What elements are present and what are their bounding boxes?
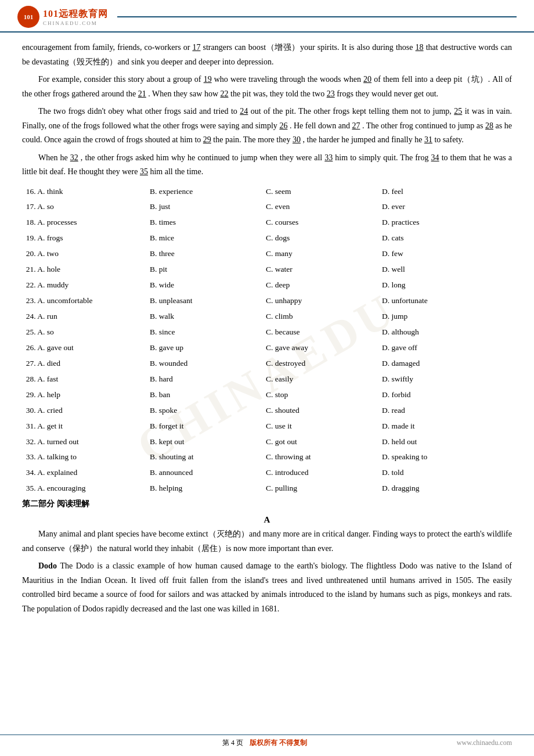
mcq-c: C. destroyed bbox=[266, 357, 382, 370]
mcq-b: B. just bbox=[150, 200, 266, 214]
mcq-b: B. wide bbox=[150, 279, 266, 292]
paragraph-4: When he 32 , the other frogs asked him w… bbox=[22, 151, 512, 179]
mcq-b: B. experience bbox=[150, 185, 266, 199]
mcq-c: C. introduced bbox=[266, 466, 382, 480]
mcq-c: C. shouted bbox=[266, 404, 382, 417]
mcq-b: B. pit bbox=[150, 263, 266, 276]
mcq-c: C. unhappy bbox=[266, 294, 382, 308]
passage-text: encouragement from family, friends, co-w… bbox=[22, 41, 512, 179]
paragraph-3: The two frogs didn't obey what other fro… bbox=[22, 105, 512, 147]
logo-icon: 101 bbox=[17, 6, 39, 28]
mcq-c: C. dogs bbox=[266, 232, 382, 245]
mcq-row: 24. A. runB. walkC. climbD. jump bbox=[22, 309, 512, 325]
mcq-row: 32. A. turned outB. kept outC. got outD.… bbox=[22, 434, 512, 450]
mcq-num: 16. A. think bbox=[22, 185, 150, 199]
mcq-b: B. kept out bbox=[150, 435, 266, 449]
section-part-label: 第二部分 阅读理解 bbox=[22, 499, 512, 509]
mcq-num: 18. A. processes bbox=[22, 216, 150, 229]
mcq-num: 30. A. cried bbox=[22, 404, 150, 417]
footer-website: www.chinaedu.com bbox=[457, 739, 512, 747]
mcq-num: 35. A. encouraging bbox=[22, 482, 150, 495]
mcq-num: 25. A. so bbox=[22, 326, 150, 339]
mcq-row: 22. A. muddyB. wideC. deepD. long bbox=[22, 278, 512, 293]
reading-paragraph-2: Dodo The Dodo is a classic example of ho… bbox=[22, 559, 512, 616]
page-number: 第 4 页 bbox=[222, 739, 245, 747]
mcq-c: C. seem bbox=[266, 185, 382, 199]
mcq-d: D. told bbox=[382, 466, 498, 480]
footer-center: 第 4 页 版权所有 不得复制 bbox=[222, 738, 312, 748]
mcq-d: D. damaged bbox=[382, 357, 498, 370]
mcq-d: D. jump bbox=[382, 310, 498, 323]
mcq-c: C. because bbox=[266, 326, 382, 339]
header-divider bbox=[117, 16, 517, 17]
mcq-num: 19. A. frogs bbox=[22, 232, 150, 245]
mcq-row: 29. A. helpB. banC. stopD. forbid bbox=[22, 387, 512, 403]
mcq-b: B. announced bbox=[150, 466, 266, 480]
mcq-d: D. swiftly bbox=[382, 373, 498, 386]
mcq-c: C. gave away bbox=[266, 341, 382, 355]
mcq-b: B. walk bbox=[150, 310, 266, 323]
mcq-d: D. gave off bbox=[382, 341, 498, 355]
mcq-d: D. dragging bbox=[382, 482, 498, 495]
mcq-d: D. made it bbox=[382, 420, 498, 433]
mcq-d: D. ever bbox=[382, 200, 498, 214]
mcq-b: B. since bbox=[150, 326, 266, 339]
logo-text: 101远程教育网 CHINAEDU.COM bbox=[43, 8, 108, 26]
mcq-num: 27. A. died bbox=[22, 357, 150, 370]
mcq-row: 18. A. processesB. timesC. coursesD. pra… bbox=[22, 215, 512, 231]
mcq-b: B. unpleasant bbox=[150, 294, 266, 308]
mcq-c: C. throwing at bbox=[266, 451, 382, 464]
mcq-num: 29. A. help bbox=[22, 388, 150, 402]
logo-sub-text: CHINAEDU.COM bbox=[43, 20, 108, 26]
mcq-c: C. use it bbox=[266, 420, 382, 433]
logo: 101 101远程教育网 CHINAEDU.COM bbox=[17, 6, 108, 28]
mcq-row: 30. A. criedB. spokeC. shoutedD. read bbox=[22, 403, 512, 419]
mcq-c: C. even bbox=[266, 200, 382, 214]
mcq-num: 31. A. get it bbox=[22, 420, 150, 433]
mcq-b: B. forget it bbox=[150, 420, 266, 433]
mcq-d: D. read bbox=[382, 404, 498, 417]
mcq-d: D. well bbox=[382, 263, 498, 276]
mcq-num: 32. A. turned out bbox=[22, 435, 150, 449]
mcq-c: C. deep bbox=[266, 279, 382, 292]
mcq-row: 21. A. holeB. pitC. waterD. well bbox=[22, 262, 512, 278]
mcq-b: B. shouting at bbox=[150, 451, 266, 464]
mcq-d: D. feel bbox=[382, 185, 498, 199]
mcq-num: 26. A. gave out bbox=[22, 341, 150, 355]
mcq-b: B. gave up bbox=[150, 341, 266, 355]
mcq-num: 24. A. run bbox=[22, 310, 150, 323]
mcq-row: 19. A. frogsB. miceC. dogsD. cats bbox=[22, 231, 512, 246]
mcq-row: 16. A. thinkB. experienceC. seemD. feel bbox=[22, 184, 512, 200]
mcq-d: D. although bbox=[382, 326, 498, 339]
mcq-d: D. long bbox=[382, 279, 498, 292]
mcq-row: 23. A. uncomfortableB. unpleasantC. unha… bbox=[22, 293, 512, 309]
page-footer: 第 4 页 版权所有 不得复制 www.chinaedu.com bbox=[0, 735, 534, 748]
mcq-num: 33. A. talking to bbox=[22, 451, 150, 464]
page-header: 101 101远程教育网 CHINAEDU.COM bbox=[0, 0, 534, 33]
mcq-b: B. hard bbox=[150, 373, 266, 386]
mcq-num: 17. A. so bbox=[22, 200, 150, 214]
mcq-num: 28. A. fast bbox=[22, 373, 150, 386]
paragraph-1: encouragement from family, friends, co-w… bbox=[22, 41, 512, 69]
mcq-c: C. courses bbox=[266, 216, 382, 229]
mcq-row: 28. A. fastB. hardC. easilyD. swiftly bbox=[22, 372, 512, 387]
reading-passage: Many animal and plant species have becom… bbox=[22, 527, 512, 616]
mcq-num: 22. A. muddy bbox=[22, 279, 150, 292]
mcq-c: C. pulling bbox=[266, 482, 382, 495]
mcq-row: 33. A. talking toB. shouting atC. throwi… bbox=[22, 449, 512, 465]
mcq-c: C. easily bbox=[266, 373, 382, 386]
mcq-c: C. got out bbox=[266, 435, 382, 449]
mcq-row: 17. A. soB. justC. evenD. ever bbox=[22, 199, 512, 215]
mcq-row: 20. A. twoB. threeC. manyD. few bbox=[22, 246, 512, 262]
mcq-c: C. many bbox=[266, 247, 382, 261]
mcq-b: B. mice bbox=[150, 232, 266, 245]
mcq-row: 25. A. soB. sinceC. becauseD. although bbox=[22, 325, 512, 340]
mcq-row: 31. A. get itB. forget itC. use itD. mad… bbox=[22, 419, 512, 434]
paragraph-2: For example, consider this story about a… bbox=[22, 73, 512, 101]
mcq-row: 26. A. gave outB. gave upC. gave awayD. … bbox=[22, 340, 512, 356]
mcq-section: 16. A. thinkB. experienceC. seemD. feel … bbox=[22, 184, 512, 497]
mcq-num: 20. A. two bbox=[22, 247, 150, 261]
mcq-d: D. speaking to bbox=[382, 451, 498, 464]
reading-paragraph-1: Many animal and plant species have becom… bbox=[22, 527, 512, 556]
page-content: encouragement from family, friends, co-w… bbox=[0, 33, 534, 631]
